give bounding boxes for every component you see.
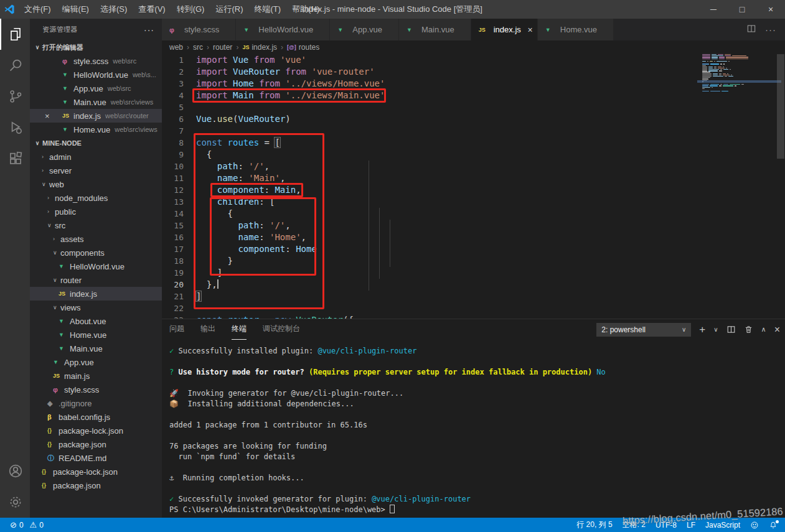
tree-file[interactable]: ▼Home.vue — [30, 328, 162, 342]
tree-file[interactable]: βbabel.config.js — [30, 410, 162, 424]
code-line[interactable]: 4import Main from '../views/Main.vue' — [162, 90, 785, 101]
code-line[interactable]: 13 children: [ — [162, 196, 785, 208]
code-line[interactable]: 14 { — [162, 208, 785, 220]
close-panel-icon[interactable]: × — [774, 324, 780, 335]
notifications-bell-icon[interactable] — [769, 521, 778, 530]
code-line[interactable]: 11 name: 'Main', — [162, 172, 785, 184]
tree-file[interactable]: ▼HelloWorld.vue — [30, 259, 162, 273]
tree-folder[interactable]: ∨src — [30, 218, 162, 232]
tree-folder[interactable]: ∨views — [30, 301, 162, 314]
settings-icon[interactable] — [0, 487, 30, 518]
tree-file[interactable]: ◈.gitignore — [30, 396, 162, 410]
panel-tab-调试控制台[interactable]: 调试控制台 — [263, 319, 300, 340]
open-editor-item[interactable]: ▼Home.vueweb\src\views — [30, 123, 162, 136]
code-line[interactable]: 6Vue.use(VueRouter) — [162, 113, 785, 125]
tree-file[interactable]: ⓘREADME.md — [30, 451, 162, 465]
editor-tab-Home.vue[interactable]: ▼Home.vue — [538, 19, 614, 40]
indentation-status[interactable]: 空格: 2 — [623, 520, 646, 530]
code-line[interactable]: 1import Vue from 'vue' — [162, 54, 785, 66]
tree-file[interactable]: ▼Main.vue — [30, 342, 162, 355]
new-terminal-icon[interactable]: + — [699, 324, 705, 336]
panel-tab-终端[interactable]: 终端 — [232, 319, 247, 340]
code-line[interactable]: 10 path: '/', — [162, 161, 785, 172]
sidebar-more-actions-icon[interactable]: ··· — [144, 25, 154, 35]
maximize-button[interactable]: □ — [728, 0, 756, 19]
menu-item[interactable]: 选择(S) — [95, 0, 133, 19]
code-line[interactable]: 22 — [162, 302, 785, 314]
open-editors-section-header[interactable]: ∨ 打开的编辑器 — [30, 40, 162, 54]
code-line[interactable]: 16 name: 'Home', — [162, 231, 785, 243]
run-debug-icon[interactable] — [0, 112, 30, 143]
breadcrumb-item[interactable]: router — [213, 43, 232, 52]
code-line[interactable]: 5 — [162, 101, 785, 113]
split-editor-icon[interactable] — [746, 24, 756, 36]
language-mode-status[interactable]: JavaScript — [705, 521, 740, 530]
chevron-down-icon[interactable]: ∨ — [713, 326, 718, 333]
project-section-header[interactable]: ∨ MINE-NODE — [30, 136, 162, 150]
breadcrumb-item[interactable]: JSindex.js — [242, 43, 277, 52]
code-line[interactable]: 9 { — [162, 149, 785, 161]
open-editor-item[interactable]: ▼App.vueweb\src — [30, 82, 162, 95]
tree-folder[interactable]: ›public — [30, 205, 162, 218]
problems-status[interactable]: ⊘ 0 ⚠ 0 — [10, 520, 44, 530]
kill-terminal-trash-icon[interactable] — [744, 325, 753, 334]
code-line[interactable]: 17 component: Home — [162, 243, 785, 255]
open-editor-item[interactable]: ▼Main.vueweb\src\views — [30, 95, 162, 109]
panel-tab-输出[interactable]: 输出 — [200, 319, 215, 340]
tree-file[interactable]: φstyle.scss — [30, 383, 162, 396]
code-line[interactable]: 2import VueRouter from 'vue-router' — [162, 66, 785, 78]
menu-item[interactable]: 编辑(E) — [57, 0, 95, 19]
tree-folder[interactable]: ∨router — [30, 273, 162, 287]
breadcrumb-item[interactable]: web — [169, 43, 183, 52]
tree-file[interactable]: ▼App.vue — [30, 355, 162, 369]
editor-tab-style.scss[interactable]: φstyle.scss — [162, 19, 236, 40]
more-actions-icon[interactable]: ··· — [765, 24, 776, 35]
feedback-smiley-icon[interactable] — [750, 521, 759, 530]
open-editor-item[interactable]: ▼HelloWorld.vueweb\s... — [30, 68, 162, 82]
cursor-position-status[interactable]: 行 20, 列 5 — [576, 520, 612, 530]
code-line[interactable]: 23const router = new VueRouter({ — [162, 314, 785, 319]
code-line[interactable]: 20 }, — [162, 279, 785, 291]
tree-folder[interactable]: ∨components — [30, 246, 162, 259]
close-icon[interactable]: × — [528, 25, 533, 35]
menu-item[interactable]: 终端(T) — [248, 0, 286, 19]
menu-item[interactable]: 文件(F) — [19, 0, 57, 19]
editor-tab-index.js[interactable]: JSindex.js× — [471, 19, 538, 40]
menu-item[interactable]: 查看(V) — [133, 0, 171, 19]
tree-folder[interactable]: ›server — [30, 164, 162, 177]
close-icon[interactable]: × — [45, 111, 50, 121]
tree-file[interactable]: ▼About.vue — [30, 314, 162, 328]
code-line[interactable]: 12 component: Main, — [162, 184, 785, 196]
code-line[interactable]: 18 } — [162, 255, 785, 267]
code-editor[interactable]: 1import Vue from 'vue'2import VueRouter … — [162, 54, 785, 319]
split-terminal-icon[interactable] — [726, 325, 736, 334]
code-line[interactable]: 8const routes = [ — [162, 137, 785, 149]
code-line[interactable]: 3import Home from '../views/Home.vue' — [162, 78, 785, 90]
tree-folder[interactable]: ›assets — [30, 232, 162, 246]
code-line[interactable]: 21] — [162, 291, 785, 302]
breadcrumb-item[interactable]: src — [193, 43, 203, 52]
code-line[interactable]: 15 path: '/', — [162, 220, 785, 231]
editor-scrollbar[interactable] — [776, 54, 785, 319]
code-line[interactable]: 19 ] — [162, 267, 785, 279]
panel-tab-问题[interactable]: 问题 — [169, 319, 184, 340]
search-icon[interactable] — [0, 50, 30, 81]
open-editor-item[interactable]: ×JSindex.jsweb\src\router — [30, 109, 162, 123]
minimap[interactable] — [702, 54, 776, 319]
tree-file[interactable]: JSmain.js — [30, 369, 162, 383]
tree-file[interactable]: JSindex.js — [30, 287, 162, 301]
menu-item[interactable]: 转到(G) — [171, 0, 210, 19]
editor-tab-App.vue[interactable]: ▼App.vue — [330, 19, 399, 40]
terminal-shell-select[interactable]: 2: powershell ∨ — [596, 323, 691, 337]
tree-folder[interactable]: ›admin — [30, 150, 162, 164]
close-button[interactable]: × — [756, 0, 785, 19]
eol-status[interactable]: LF — [687, 521, 695, 530]
maximize-panel-icon[interactable]: ∧ — [761, 325, 766, 334]
editor-tab-HelloWorld.vue[interactable]: ▼HelloWorld.vue — [236, 19, 330, 40]
editor-tab-Main.vue[interactable]: ▼Main.vue — [399, 19, 471, 40]
tree-folder[interactable]: ›node_modules — [30, 191, 162, 205]
tree-file[interactable]: {}package-lock.json — [30, 465, 162, 478]
breadcrumb-item[interactable]: [@]routes — [287, 43, 319, 52]
scrollbar-thumb[interactable] — [777, 54, 784, 159]
open-editor-item[interactable]: φstyle.scssweb\src — [30, 54, 162, 68]
